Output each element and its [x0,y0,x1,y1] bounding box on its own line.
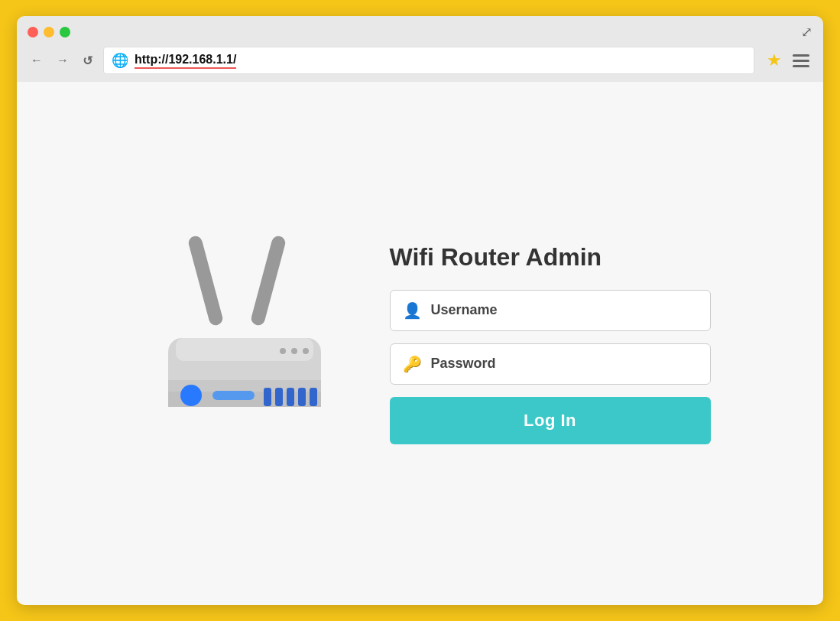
password-label: Password [431,356,496,372]
browser-content: Wifi Router Admin 👤 Username 🔑 Password … [17,82,823,605]
svg-rect-0 [186,235,223,327]
svg-rect-8 [264,388,271,406]
forward-button[interactable]: → [54,50,72,70]
svg-point-13 [280,348,286,354]
title-bar: ⤢ [28,24,812,41]
maximize-button[interactable] [60,27,70,37]
login-button[interactable]: Log In [390,397,711,444]
password-field-container[interactable]: 🔑 Password [390,343,711,385]
menu-line-3 [793,65,809,67]
fullscreen-button[interactable]: ⤢ [801,24,812,41]
browser-window: ⤢ ← → ↺ 🌐 http://192.168.1.1/ ★ [17,16,823,605]
close-button[interactable] [28,27,38,37]
username-field-container[interactable]: 👤 Username [390,290,711,331]
reload-button[interactable]: ↺ [79,50,96,71]
router-illustration [130,227,344,460]
menu-button[interactable] [790,51,812,70]
svg-rect-11 [298,388,306,406]
menu-line-1 [793,54,809,57]
svg-rect-7 [212,391,255,400]
svg-point-14 [291,348,297,354]
page-body: Wifi Router Admin 👤 Username 🔑 Password … [17,197,823,490]
svg-rect-9 [275,388,283,406]
username-label: Username [431,302,498,318]
router-svg [130,227,344,457]
address-bar[interactable]: 🌐 http://192.168.1.1/ [103,47,754,74]
login-section: Wifi Router Admin 👤 Username 🔑 Password … [390,243,711,444]
key-icon: 🔑 [403,355,422,373]
login-title: Wifi Router Admin [390,243,711,271]
menu-line-2 [793,60,809,62]
bookmark-button[interactable]: ★ [767,50,782,70]
svg-rect-12 [310,388,317,406]
url-text: http://192.168.1.1/ [135,52,236,68]
svg-rect-1 [249,235,286,327]
user-icon: 👤 [403,301,422,320]
svg-rect-10 [287,388,294,406]
window-controls [28,27,70,37]
svg-point-6 [180,385,202,406]
back-button[interactable]: ← [28,50,46,70]
svg-point-15 [303,348,309,354]
nav-bar: ← → ↺ 🌐 http://192.168.1.1/ ★ [28,47,812,82]
globe-icon: 🌐 [112,52,128,69]
minimize-button[interactable] [44,27,54,37]
browser-chrome: ⤢ ← → ↺ 🌐 http://192.168.1.1/ ★ [17,16,823,82]
